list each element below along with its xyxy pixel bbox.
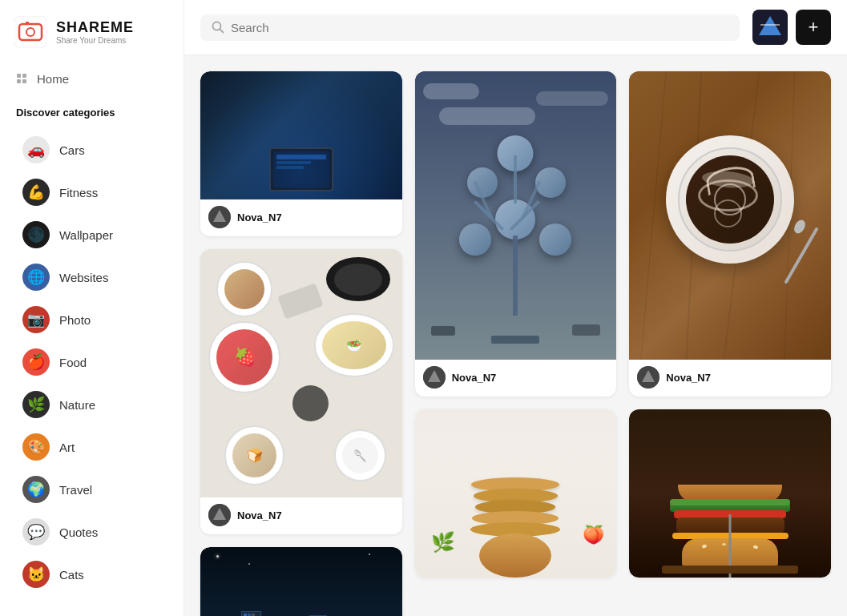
pin-username: Nova_N7: [666, 372, 711, 384]
svg-rect-5: [22, 74, 26, 78]
add-button[interactable]: +: [796, 10, 831, 45]
cars-label: Cars: [59, 143, 85, 157]
photo-avatar: 📷: [22, 306, 50, 333]
wallpaper-label: Wallpaper: [59, 228, 113, 242]
logo-area: SHAREME Share Your Dreams: [0, 0, 184, 64]
discover-label: Discover categories: [0, 100, 184, 128]
fitness-avatar: 💪: [22, 179, 50, 206]
pin-user-avatar: [208, 206, 231, 228]
sidebar: SHAREME Share Your Dreams Home Discover …: [0, 0, 184, 616]
brand-title: SHAREME: [56, 19, 134, 36]
home-label: Home: [37, 72, 69, 86]
travel-avatar: 🌍: [22, 476, 50, 503]
sidebar-item-cats[interactable]: 🐱Cats: [6, 554, 177, 595]
pin-card[interactable]: [629, 409, 831, 578]
sidebar-item-wallpaper[interactable]: 🌑Wallpaper: [6, 214, 177, 256]
pin-card[interactable]: [200, 547, 402, 616]
art-label: Art: [59, 441, 75, 454]
sidebar-item-fitness[interactable]: 💪Fitness: [6, 171, 177, 213]
logo-text: SHAREME Share Your Dreams: [56, 19, 134, 45]
user-avatar-button[interactable]: [752, 10, 788, 45]
svg-line-9: [220, 30, 224, 33]
svg-rect-6: [17, 79, 21, 83]
home-link[interactable]: Home: [0, 64, 184, 94]
websites-avatar: 🌐: [22, 264, 50, 291]
svg-rect-12: [760, 24, 780, 26]
grid-col-1: Nova_N7: [200, 71, 402, 616]
pin-username: Nova_N7: [237, 211, 282, 223]
sidebar-item-travel[interactable]: 🌍Travel: [6, 469, 177, 510]
nature-label: Nature: [59, 398, 95, 412]
pin-card[interactable]: Nova_N7: [200, 71, 402, 236]
svg-rect-7: [22, 79, 26, 83]
home-icon: [16, 73, 29, 86]
pins-grid: Nova_N7: [200, 71, 831, 616]
sidebar-item-quotes[interactable]: 💬Quotes: [6, 511, 177, 553]
content-area: Nova_N7: [184, 55, 847, 616]
pin-username: Nova_N7: [237, 509, 282, 521]
nature-avatar: 🌿: [22, 391, 50, 418]
quotes-avatar: 💬: [22, 518, 50, 546]
pin-footer: Nova_N7: [200, 497, 402, 534]
pin-footer: Nova_N7: [629, 360, 831, 397]
cats-label: Cats: [59, 568, 84, 582]
pin-card[interactable]: Nova_N7: [415, 71, 617, 397]
grid-col-2: Nova_N7: [415, 71, 617, 616]
categories-list: 🚗Cars💪Fitness🌑Wallpaper🌐Websites📷Photo🍎F…: [0, 128, 184, 596]
brand-subtitle: Share Your Dreams: [56, 36, 134, 45]
websites-label: Websites: [59, 271, 108, 284]
search-icon: [212, 21, 224, 34]
cars-avatar: 🚗: [22, 136, 50, 163]
svg-rect-4: [17, 74, 21, 78]
sidebar-item-food[interactable]: 🍎Food: [6, 341, 177, 383]
travel-label: Travel: [59, 483, 92, 497]
main: +: [184, 0, 847, 616]
sidebar-item-websites[interactable]: 🌐Websites: [6, 256, 177, 298]
pin-user-avatar: [208, 504, 231, 526]
sidebar-item-art[interactable]: 🎨Art: [6, 426, 177, 468]
cats-avatar: 🐱: [22, 561, 50, 588]
food-avatar: 🍎: [22, 348, 50, 376]
sidebar-item-nature[interactable]: 🌿Nature: [6, 384, 177, 425]
pin-footer: Nova_N7: [415, 360, 617, 397]
user-avatar-image: [752, 10, 788, 45]
logo-icon: [13, 14, 48, 50]
photo-label: Photo: [59, 313, 91, 327]
grid-col-3: Nova_N7: [629, 71, 831, 616]
svg-rect-3: [26, 22, 29, 25]
quotes-label: Quotes: [59, 525, 98, 539]
wallpaper-avatar: 🌑: [22, 221, 50, 248]
topbar-right: +: [752, 10, 831, 45]
topbar: +: [184, 0, 847, 55]
pin-username: Nova_N7: [452, 372, 497, 384]
pin-card[interactable]: Nova_N7: [629, 71, 831, 397]
pin-card[interactable]: 🌿 🍑: [415, 409, 617, 578]
art-avatar: 🎨: [22, 433, 50, 461]
pin-user-avatar: [637, 366, 659, 389]
search-input[interactable]: [231, 21, 728, 34]
pin-user-avatar: [423, 366, 446, 389]
sidebar-item-photo[interactable]: 📷Photo: [6, 299, 177, 340]
pin-card[interactable]: 🍓 🥗 🍞 🥄: [200, 249, 402, 534]
food-label: Food: [59, 356, 87, 369]
fitness-label: Fitness: [59, 186, 98, 199]
sidebar-item-cars[interactable]: 🚗Cars: [6, 129, 177, 171]
pin-footer: Nova_N7: [200, 199, 402, 236]
search-wrap: [200, 14, 740, 41]
